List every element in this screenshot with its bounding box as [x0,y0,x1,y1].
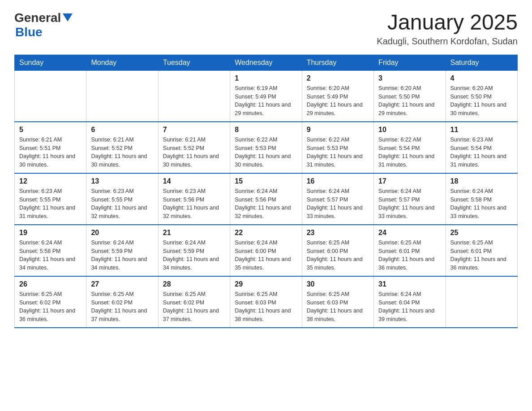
day-number: 17 [378,177,441,185]
day-cell: 8Sunrise: 6:22 AMSunset: 5:53 PMDaylight… [230,122,302,173]
day-info: Sunrise: 6:19 AMSunset: 5:49 PMDaylight:… [235,84,297,118]
day-info: Sunrise: 6:20 AMSunset: 5:50 PMDaylight:… [378,84,441,118]
day-cell: 10Sunrise: 6:22 AMSunset: 5:54 PMDayligh… [374,122,446,173]
day-cell: 29Sunrise: 6:25 AMSunset: 6:03 PMDayligh… [230,276,302,328]
header-cell-friday: Friday [374,55,446,70]
logo: General Blue [14,11,73,39]
logo-blue: Blue [15,25,43,39]
day-cell: 2Sunrise: 6:20 AMSunset: 5:49 PMDaylight… [302,70,373,122]
day-info: Sunrise: 6:24 AMSunset: 5:56 PMDaylight:… [235,187,297,221]
day-cell [86,70,158,122]
day-number: 14 [163,177,225,185]
day-number: 11 [450,126,513,134]
day-cell: 12Sunrise: 6:23 AMSunset: 5:55 PMDayligh… [15,173,86,225]
header-cell-saturday: Saturday [446,55,517,70]
day-number: 7 [163,126,225,134]
day-number: 29 [235,280,297,288]
calendar-body: 1Sunrise: 6:19 AMSunset: 5:49 PMDaylight… [15,70,518,328]
week-row-2: 5Sunrise: 6:21 AMSunset: 5:51 PMDaylight… [15,122,518,173]
day-cell: 25Sunrise: 6:25 AMSunset: 6:01 PMDayligh… [446,225,517,276]
svg-marker-0 [63,13,73,21]
day-cell: 15Sunrise: 6:24 AMSunset: 5:56 PMDayligh… [230,173,302,225]
day-info: Sunrise: 6:25 AMSunset: 6:01 PMDaylight:… [378,239,441,272]
day-number: 18 [450,177,513,185]
day-info: Sunrise: 6:25 AMSunset: 6:02 PMDaylight:… [19,290,82,324]
week-row-3: 12Sunrise: 6:23 AMSunset: 5:55 PMDayligh… [15,173,518,225]
page-header: General Blue January 2025 Kadugli, South… [14,11,518,47]
day-number: 19 [19,229,82,237]
day-info: Sunrise: 6:24 AMSunset: 5:57 PMDaylight:… [378,187,441,221]
day-number: 20 [91,229,153,237]
day-cell: 7Sunrise: 6:21 AMSunset: 5:52 PMDaylight… [158,122,230,173]
day-cell: 13Sunrise: 6:23 AMSunset: 5:55 PMDayligh… [86,173,158,225]
header-cell-sunday: Sunday [15,55,86,70]
day-info: Sunrise: 6:22 AMSunset: 5:54 PMDaylight:… [378,136,441,169]
day-number: 27 [91,280,153,288]
calendar-header: SundayMondayTuesdayWednesdayThursdayFrid… [15,55,518,70]
day-info: Sunrise: 6:25 AMSunset: 6:02 PMDaylight:… [91,290,153,324]
day-number: 21 [163,229,225,237]
header-row: SundayMondayTuesdayWednesdayThursdayFrid… [15,55,518,70]
day-info: Sunrise: 6:23 AMSunset: 5:55 PMDaylight:… [91,187,153,221]
day-info: Sunrise: 6:22 AMSunset: 5:53 PMDaylight:… [307,136,369,169]
day-cell [446,276,517,328]
day-cell: 31Sunrise: 6:24 AMSunset: 6:04 PMDayligh… [374,276,446,328]
day-number: 24 [378,229,441,237]
day-info: Sunrise: 6:25 AMSunset: 6:00 PMDaylight:… [307,239,369,272]
header-cell-tuesday: Tuesday [158,55,230,70]
day-cell: 17Sunrise: 6:24 AMSunset: 5:57 PMDayligh… [374,173,446,225]
day-info: Sunrise: 6:25 AMSunset: 6:01 PMDaylight:… [450,239,513,272]
calendar-table: SundayMondayTuesdayWednesdayThursdayFrid… [14,55,518,328]
day-cell: 1Sunrise: 6:19 AMSunset: 5:49 PMDaylight… [230,70,302,122]
day-info: Sunrise: 6:25 AMSunset: 6:03 PMDaylight:… [235,290,297,324]
day-cell: 30Sunrise: 6:25 AMSunset: 6:03 PMDayligh… [302,276,373,328]
day-cell [158,70,230,122]
day-info: Sunrise: 6:22 AMSunset: 5:53 PMDaylight:… [235,136,297,169]
day-number: 12 [19,177,82,185]
day-info: Sunrise: 6:23 AMSunset: 5:55 PMDaylight:… [19,187,82,221]
week-row-4: 19Sunrise: 6:24 AMSunset: 5:58 PMDayligh… [15,225,518,276]
day-cell: 4Sunrise: 6:20 AMSunset: 5:50 PMDaylight… [446,70,517,122]
day-cell: 23Sunrise: 6:25 AMSunset: 6:00 PMDayligh… [302,225,373,276]
day-info: Sunrise: 6:21 AMSunset: 5:52 PMDaylight:… [163,136,225,169]
logo-triangle-icon [63,13,73,21]
header-cell-wednesday: Wednesday [230,55,302,70]
day-cell: 20Sunrise: 6:24 AMSunset: 5:59 PMDayligh… [86,225,158,276]
day-number: 26 [19,280,82,288]
day-info: Sunrise: 6:24 AMSunset: 5:58 PMDaylight:… [19,239,82,272]
day-number: 5 [19,126,82,134]
day-number: 25 [450,229,513,237]
day-cell: 27Sunrise: 6:25 AMSunset: 6:02 PMDayligh… [86,276,158,328]
day-number: 22 [235,229,297,237]
day-cell: 16Sunrise: 6:24 AMSunset: 5:57 PMDayligh… [302,173,373,225]
week-row-1: 1Sunrise: 6:19 AMSunset: 5:49 PMDaylight… [15,70,518,122]
day-info: Sunrise: 6:24 AMSunset: 5:59 PMDaylight:… [91,239,153,272]
day-info: Sunrise: 6:20 AMSunset: 5:49 PMDaylight:… [307,84,369,118]
day-cell: 22Sunrise: 6:24 AMSunset: 6:00 PMDayligh… [230,225,302,276]
day-info: Sunrise: 6:24 AMSunset: 6:00 PMDaylight:… [235,239,297,272]
day-info: Sunrise: 6:24 AMSunset: 5:59 PMDaylight:… [163,239,225,272]
title-block: January 2025 Kadugli, Southern Kordofan,… [377,11,518,47]
day-cell: 5Sunrise: 6:21 AMSunset: 5:51 PMDaylight… [15,122,86,173]
day-cell: 11Sunrise: 6:23 AMSunset: 5:54 PMDayligh… [446,122,517,173]
day-number: 6 [91,126,153,134]
day-cell: 18Sunrise: 6:24 AMSunset: 5:58 PMDayligh… [446,173,517,225]
day-cell: 6Sunrise: 6:21 AMSunset: 5:52 PMDaylight… [86,122,158,173]
day-info: Sunrise: 6:23 AMSunset: 5:54 PMDaylight:… [450,136,513,169]
day-cell: 24Sunrise: 6:25 AMSunset: 6:01 PMDayligh… [374,225,446,276]
day-number: 1 [235,74,297,82]
day-number: 15 [235,177,297,185]
day-number: 16 [307,177,369,185]
day-number: 28 [163,280,225,288]
day-number: 8 [235,126,297,134]
day-cell: 9Sunrise: 6:22 AMSunset: 5:53 PMDaylight… [302,122,373,173]
day-number: 3 [378,74,441,82]
day-cell: 19Sunrise: 6:24 AMSunset: 5:58 PMDayligh… [15,225,86,276]
day-info: Sunrise: 6:25 AMSunset: 6:02 PMDaylight:… [163,290,225,324]
day-info: Sunrise: 6:21 AMSunset: 5:51 PMDaylight:… [19,136,82,169]
day-number: 31 [378,280,441,288]
day-info: Sunrise: 6:21 AMSunset: 5:52 PMDaylight:… [91,136,153,169]
day-number: 4 [450,74,513,82]
day-info: Sunrise: 6:24 AMSunset: 5:57 PMDaylight:… [307,187,369,221]
day-info: Sunrise: 6:20 AMSunset: 5:50 PMDaylight:… [450,84,513,118]
